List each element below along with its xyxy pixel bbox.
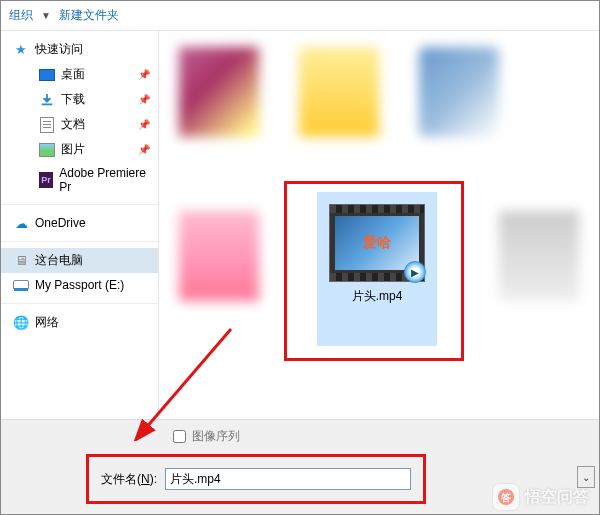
sidebar-item-desktop[interactable]: 桌面 📌 (1, 62, 158, 87)
drive-icon (13, 277, 29, 293)
sidebar-item-downloads[interactable]: 下载 📌 (1, 87, 158, 112)
file-label: 片头.mp4 (352, 288, 403, 305)
divider (1, 241, 158, 242)
file-item[interactable] (489, 191, 589, 311)
file-area[interactable]: 爱哈 ▶ 片头.mp4 (159, 31, 599, 421)
star-icon: ★ (13, 42, 29, 58)
toolbar: 组织 ▼ 新建文件夹 (1, 1, 599, 31)
sidebar-item-my-passport[interactable]: My Passport (E:) (1, 273, 158, 297)
organize-button[interactable]: 组织 (9, 7, 33, 24)
thumbnail-icon (499, 211, 579, 301)
sidebar-item-label: 网络 (35, 314, 59, 331)
desktop-icon (39, 67, 55, 83)
thumbnail-icon (179, 211, 259, 301)
pin-icon: 📌 (138, 119, 150, 130)
sidebar-item-label: 快速访问 (35, 41, 83, 58)
body-area: ★ 快速访问 桌面 📌 下载 📌 文档 📌 图片 📌 Pr Adobe (1, 31, 599, 421)
dropdown-arrow-icon[interactable]: ▼ (41, 10, 51, 21)
file-item[interactable] (169, 41, 269, 161)
pin-icon: 📌 (138, 69, 150, 80)
sidebar-item-premiere[interactable]: Pr Adobe Premiere Pr (1, 162, 158, 198)
thumbnail-icon (299, 47, 379, 137)
sidebar-item-label: 这台电脑 (35, 252, 83, 269)
download-icon (39, 92, 55, 108)
filename-input[interactable] (165, 468, 411, 490)
sidebar-item-label: OneDrive (35, 216, 86, 230)
image-sequence-checkbox[interactable] (173, 430, 186, 443)
file-item[interactable] (289, 41, 389, 161)
file-row (169, 41, 589, 161)
annotation-box-filename: 文件名(N): (86, 454, 426, 504)
pin-icon: 📌 (138, 144, 150, 155)
svg-text:答: 答 (500, 492, 512, 503)
sidebar: ★ 快速访问 桌面 📌 下载 📌 文档 📌 图片 📌 Pr Adobe (1, 31, 159, 421)
divider (1, 204, 158, 205)
watermark-text: 悟空问答 (525, 487, 589, 508)
annotation-box-file: 爱哈 ▶ 片头.mp4 (284, 181, 464, 361)
sidebar-item-network[interactable]: 🌐 网络 (1, 310, 158, 335)
cloud-icon: ☁ (13, 215, 29, 231)
network-icon: 🌐 (13, 315, 29, 331)
premiere-icon: Pr (39, 172, 53, 188)
sidebar-item-quick-access[interactable]: ★ 快速访问 (1, 37, 158, 62)
pc-icon: 🖥 (13, 253, 29, 269)
new-folder-button[interactable]: 新建文件夹 (59, 7, 119, 24)
video-thumbnail-icon: 爱哈 ▶ (329, 204, 425, 282)
file-item-selected[interactable]: 爱哈 ▶ 片头.mp4 (317, 192, 437, 346)
thumbnail-icon (419, 47, 499, 137)
image-sequence-label: 图像序列 (192, 428, 240, 445)
image-sequence-row: 图像序列 (173, 428, 589, 445)
video-preview: 爱哈 (335, 216, 419, 270)
svg-rect-0 (42, 103, 53, 105)
thumbnail-icon (179, 47, 259, 137)
divider (1, 303, 158, 304)
sidebar-item-label: 图片 (61, 141, 85, 158)
picture-icon (39, 142, 55, 158)
sidebar-item-label: My Passport (E:) (35, 278, 124, 292)
filename-label: 文件名(N): (101, 471, 157, 488)
sidebar-item-pictures[interactable]: 图片 📌 (1, 137, 158, 162)
sidebar-item-label: 文档 (61, 116, 85, 133)
file-item[interactable] (169, 191, 269, 311)
sidebar-item-label: Adobe Premiere Pr (59, 166, 150, 194)
sidebar-item-this-pc[interactable]: 🖥 这台电脑 (1, 248, 158, 273)
sidebar-item-label: 桌面 (61, 66, 85, 83)
sidebar-item-documents[interactable]: 文档 📌 (1, 112, 158, 137)
file-item[interactable] (409, 41, 509, 161)
sidebar-item-label: 下载 (61, 91, 85, 108)
wukong-logo-icon: 答 (493, 484, 519, 510)
document-icon (39, 117, 55, 133)
pin-icon: 📌 (138, 94, 150, 105)
play-icon: ▶ (404, 261, 426, 283)
sidebar-item-onedrive[interactable]: ☁ OneDrive (1, 211, 158, 235)
watermark: 答 悟空问答 (493, 484, 589, 510)
